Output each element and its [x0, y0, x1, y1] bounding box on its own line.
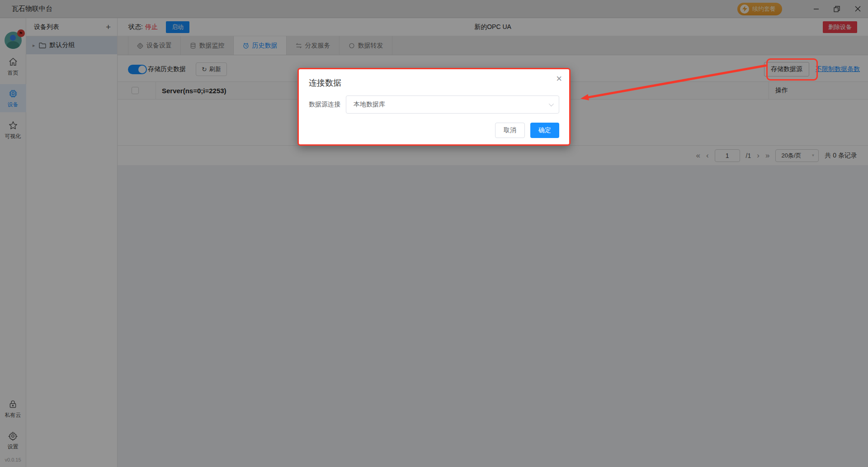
modal-close-icon[interactable]: ×	[556, 73, 562, 85]
datasource-field-row: 数据源连接 本地数据库	[309, 95, 559, 114]
datasource-field-label: 数据源连接	[309, 100, 346, 109]
modal-title: 连接数据	[309, 77, 341, 88]
chevron-down-icon	[549, 101, 554, 106]
datasource-select-value: 本地数据库	[354, 100, 385, 109]
cancel-button[interactable]: 取消	[495, 123, 525, 138]
connect-data-modal: 连接数据 × 数据源连接 本地数据库 取消 确定	[297, 68, 571, 146]
datasource-select[interactable]: 本地数据库	[346, 95, 559, 114]
confirm-button[interactable]: 确定	[530, 123, 559, 138]
modal-footer: 取消 确定	[495, 123, 559, 138]
